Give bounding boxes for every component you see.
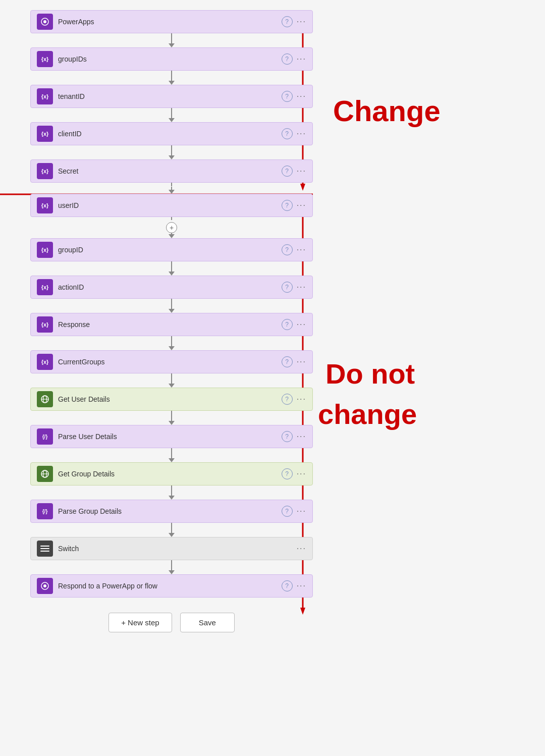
step-userid[interactable]: {x} userID ? ··· [30,194,313,217]
userid-label: userID [58,201,282,209]
secret-more-icon[interactable]: ··· [297,167,306,176]
step-get-user-details[interactable]: Get User Details ? ··· [30,388,313,411]
step-clientid[interactable]: {x} clientID ? ··· [30,122,313,145]
parse-group-details-icon: {/} [37,503,53,519]
parse-user-details-icon: {/} [37,428,53,445]
get-group-details-help-icon[interactable]: ? [282,468,293,479]
groupid-icon: {x} [37,242,53,258]
tenantid-icon: {x} [37,88,53,104]
switch-more-icon[interactable]: ··· [297,544,306,553]
svg-text:Change: Change [333,94,441,127]
userid-more-icon[interactable]: ··· [297,201,306,210]
svg-text:change: change [318,398,417,430]
groupids-help-icon[interactable]: ? [282,53,293,65]
get-user-details-more-icon[interactable]: ··· [297,395,306,404]
flow-column: PowerApps ? ··· {x} groupIDs ? ··· {x} [15,0,328,756]
userid-icon: {x} [37,197,53,213]
svg-point-11 [43,20,46,23]
currentgroups-label: CurrentGroups [58,358,282,366]
powerapps-more-icon[interactable]: ··· [297,17,306,26]
get-group-details-icon [37,466,53,482]
get-user-details-help-icon[interactable]: ? [282,394,293,405]
step-currentgroups[interactable]: {x} CurrentGroups ? ··· [30,350,313,373]
divider-area [30,183,313,194]
connector-10 [169,448,175,462]
groupids-label: groupIDs [58,55,282,63]
step-tenantid[interactable]: {x} tenantID ? ··· [30,85,313,108]
clientid-help-icon[interactable]: ? [282,128,293,139]
actionid-help-icon[interactable]: ? [282,282,293,293]
step-parse-user-details[interactable]: {/} Parse User Details ? ··· [30,425,313,448]
switch-icon [37,541,53,557]
svg-rect-18 [40,546,49,547]
parse-group-details-help-icon[interactable]: ? [282,506,293,517]
connector-1 [169,71,175,85]
step-get-group-details[interactable]: Get Group Details ? ··· [30,462,313,485]
connector-3 [169,145,175,159]
bottom-toolbar: + New step Save [30,603,313,647]
svg-point-22 [43,584,46,587]
response-help-icon[interactable]: ? [282,319,293,330]
tenantid-more-icon[interactable]: ··· [297,92,306,101]
step-secret[interactable]: {x} Secret ? ··· [30,159,313,183]
response-label: Response [58,320,282,329]
connector-5 [169,261,175,276]
actionid-label: actionID [58,283,282,291]
step-response[interactable]: {x} Response ? ··· [30,313,313,336]
groupids-more-icon[interactable]: ··· [297,55,306,64]
respond-powerapps-more-icon[interactable]: ··· [297,581,306,590]
step-switch[interactable]: Switch ··· [30,537,313,560]
get-user-details-icon [37,391,53,407]
parse-group-details-label: Parse Group Details [58,507,282,515]
save-button[interactable]: Save [180,613,235,632]
parse-user-details-more-icon[interactable]: ··· [297,432,306,441]
step-groupids[interactable]: {x} groupIDs ? ··· [30,47,313,71]
groupids-icon: {x} [37,51,53,67]
powerapps-icon [37,14,53,30]
connector-0 [169,33,175,47]
step-actionid[interactable]: {x} actionID ? ··· [30,276,313,299]
step-respond-powerapps[interactable]: Respond to a PowerApp or flow ? ··· [30,574,313,598]
connector-11 [169,485,175,500]
currentgroups-more-icon[interactable]: ··· [297,357,306,366]
new-step-button[interactable]: + New step [108,613,172,632]
tenantid-help-icon[interactable]: ? [282,91,293,102]
step-powerapps[interactable]: PowerApps ? ··· [30,10,313,33]
respond-powerapps-help-icon[interactable]: ? [282,580,293,591]
connector-plus: + [169,217,175,238]
secret-label: Secret [58,167,282,175]
parse-group-details-more-icon[interactable]: ··· [297,507,306,516]
get-group-details-more-icon[interactable]: ··· [297,469,306,478]
secret-help-icon[interactable]: ? [282,166,293,177]
groupid-help-icon[interactable]: ? [282,244,293,255]
step-groupid[interactable]: {x} groupID ? ··· [30,238,313,261]
respond-powerapps-label: Respond to a PowerApp or flow [58,582,282,590]
step-parse-group-details[interactable]: {/} Parse Group Details ? ··· [30,500,313,523]
add-step-button[interactable]: + [166,222,177,233]
respond-powerapps-icon [37,578,53,594]
powerapps-help-icon[interactable]: ? [282,16,293,27]
groupid-more-icon[interactable]: ··· [297,245,306,254]
actionid-more-icon[interactable]: ··· [297,283,306,292]
groupid-label: groupID [58,246,282,254]
response-icon: {x} [37,316,53,333]
currentgroups-help-icon[interactable]: ? [282,356,293,367]
connector-7 [169,336,175,350]
connector-6 [169,299,175,313]
currentgroups-icon: {x} [37,354,53,370]
userid-help-icon[interactable]: ? [282,200,293,211]
response-more-icon[interactable]: ··· [297,320,306,329]
parse-user-details-help-icon[interactable]: ? [282,431,293,442]
svg-rect-20 [40,551,49,552]
connector-2 [169,108,175,122]
get-group-details-label: Get Group Details [58,470,282,478]
actionid-icon: {x} [37,279,53,295]
switch-label: Switch [58,545,297,553]
clientid-more-icon[interactable]: ··· [297,129,306,138]
secret-icon: {x} [37,163,53,179]
connector-8 [169,373,175,388]
clientid-label: clientID [58,130,282,138]
svg-text:Do not: Do not [325,358,415,390]
parse-user-details-label: Parse User Details [58,433,282,441]
clientid-icon: {x} [37,126,53,142]
